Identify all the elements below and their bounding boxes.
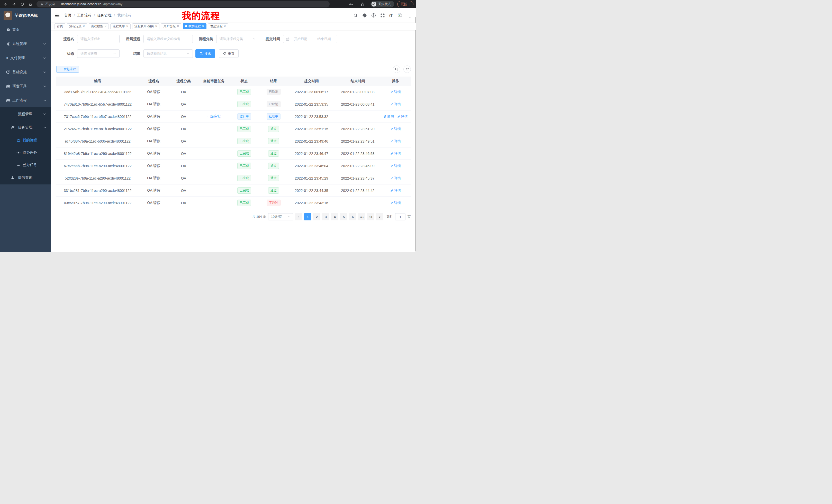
result-badge: 通过 (268, 150, 279, 157)
navbar-search-button[interactable] (353, 13, 358, 18)
browser-update-button[interactable]: 更新 (397, 1, 413, 7)
prev-page-button[interactable] (295, 213, 302, 220)
page-button-5[interactable]: 5 (340, 213, 347, 220)
column-header: 流程名 (139, 79, 168, 83)
action-trash-link[interactable]: 取消 (384, 114, 394, 119)
action-pen-link[interactable]: 详情 (390, 164, 401, 168)
tab-close-icon[interactable]: × (202, 24, 204, 28)
tab-close-icon[interactable]: × (155, 24, 157, 28)
navbar-fontsize-button[interactable]: tT (389, 14, 393, 17)
sidebar-item-9[interactable]: 待办任务 (0, 146, 51, 159)
password-key-button[interactable] (348, 1, 354, 7)
action-pen-link[interactable]: 详情 (390, 127, 401, 131)
home-icon (29, 2, 32, 6)
action-pen-link[interactable]: 详情 (390, 139, 401, 144)
filter-select-状态[interactable]: 请选择状态 (77, 49, 120, 58)
tab-4[interactable]: 流程表单-编辑 × (132, 23, 160, 29)
scrollbar[interactable] (415, 17, 416, 251)
page-size-select[interactable]: 10条/页 (268, 213, 293, 220)
incognito-label: 无痕模式 (378, 2, 391, 6)
sidebar-item-3[interactable]: 基础设施 (0, 65, 51, 79)
filter-select-流程分类[interactable]: 请选择流程分类 (216, 35, 259, 43)
filter-input-流程名[interactable] (77, 35, 120, 43)
action-pen-link[interactable]: 详情 (390, 188, 401, 193)
app-logo[interactable]: 芋道管理系统 (0, 8, 51, 23)
browser-back-button[interactable] (3, 1, 9, 7)
cell-result: 通过 (259, 175, 288, 181)
breadcrumb-item[interactable]: 工作流程 (77, 13, 92, 18)
sidebar-item-6[interactable]: 流程管理 (0, 107, 51, 121)
user-menu-caret[interactable] (409, 16, 411, 19)
more-pages-button[interactable]: ••• (358, 213, 365, 220)
result-badge: 通过 (268, 125, 279, 132)
filter-input-所属流程[interactable] (144, 35, 193, 43)
action-pen-link[interactable]: 详情 (397, 114, 408, 119)
sidebar-item-2[interactable]: ¥ 支付管理 (0, 51, 51, 65)
reset-button[interactable]: 重置 (219, 49, 239, 58)
browser-forward-button[interactable] (11, 1, 17, 7)
filter-daterange[interactable]: 开始日期 - 结束日期 (283, 35, 337, 43)
create-process-button[interactable]: 发起流程 (56, 66, 79, 73)
task-link[interactable]: 一级审批 (207, 114, 221, 118)
tab-7[interactable]: 发起流程 × (208, 23, 228, 29)
breadcrumb-item[interactable]: 任务管理 (97, 13, 111, 18)
action-pen-link[interactable]: 详情 (390, 102, 401, 107)
refresh-table-button[interactable] (404, 65, 411, 73)
action-pen-link[interactable]: 详情 (390, 90, 401, 94)
page-button-1[interactable]: 1 (304, 213, 311, 220)
action-pen-link[interactable]: 详情 (390, 201, 401, 205)
browser-reload-button[interactable] (19, 1, 25, 7)
page-button-11[interactable]: 11 (367, 213, 374, 220)
tab-6[interactable]: 我的流程 × (183, 23, 206, 29)
tab-close-icon[interactable]: × (224, 24, 226, 28)
sidebar-item-label: 流程管理 (18, 112, 32, 116)
user-avatar[interactable] (397, 12, 406, 21)
tab-0[interactable]: 首页 (54, 23, 65, 29)
cell-category: OA (168, 201, 199, 205)
sidebar-collapse-button[interactable] (55, 13, 60, 18)
pagination-goto-input[interactable] (395, 213, 406, 220)
tab-3[interactable]: 流程表单 × (110, 23, 131, 29)
sidebar-item-10[interactable]: 已办任务 (0, 159, 51, 171)
breadcrumb-item[interactable]: 首页 (64, 13, 72, 18)
next-page-button[interactable] (376, 213, 383, 220)
address-bar[interactable]: 不安全 dashboard.yudao.iocoder.cn/bpm/task/… (36, 1, 330, 7)
monitor-icon (6, 70, 10, 74)
sidebar-item-5[interactable]: 工作流程 (0, 93, 51, 107)
sidebar-item-0[interactable]: 首页 (0, 23, 51, 37)
page-button-3[interactable]: 3 (322, 213, 329, 220)
page-button-2[interactable]: 2 (313, 213, 320, 220)
action-pen-link[interactable]: 详情 (390, 176, 401, 180)
tab-close-icon[interactable]: × (83, 24, 85, 28)
sidebar-item-8[interactable]: 我的流程 (0, 134, 51, 146)
cell-end-time: 2022-01-22 23:46:53 (335, 151, 380, 156)
tab-close-icon[interactable]: × (177, 24, 179, 28)
cell-category: OA (168, 115, 199, 119)
page-button-4[interactable]: 4 (331, 213, 338, 220)
action-label: 详情 (394, 102, 401, 107)
tab-2[interactable]: 流程模型 × (89, 23, 109, 29)
filter-select-结果[interactable]: 请选择流结果 (144, 49, 193, 58)
sidebar-item-4[interactable]: 研发工具 (0, 79, 51, 93)
toggle-search-button[interactable] (393, 65, 400, 73)
browser-home-button[interactable] (27, 1, 33, 7)
chevron-right-icon (378, 215, 381, 218)
tab-close-icon[interactable]: × (126, 24, 128, 28)
navbar-help-button[interactable] (371, 13, 376, 18)
action-pen-link[interactable]: 详情 (390, 151, 401, 156)
navbar-fullscreen-button[interactable] (380, 13, 385, 18)
tab-1[interactable]: 流程定义 × (67, 23, 87, 29)
tab-close-icon[interactable]: × (105, 24, 107, 28)
sidebar-item-1[interactable]: 系统管理 (0, 37, 51, 51)
cell-category: OA (168, 102, 199, 106)
active-dot-icon (185, 25, 187, 27)
sidebar-item-7[interactable]: 任务管理 (0, 121, 51, 134)
sidebar-item-11[interactable]: 请假查询 (0, 171, 51, 185)
navbar-github-button[interactable] (362, 13, 367, 18)
bookmark-star-button[interactable] (359, 1, 365, 7)
page-button-6[interactable]: 6 (349, 213, 356, 220)
process-table: 编号流程名流程分类当前审批任务状态结果提交时间结束时间操作 3ad174fb-7… (56, 77, 411, 209)
cell-actions: 详情 (380, 201, 411, 205)
search-button[interactable]: 搜索 (196, 49, 215, 58)
tab-5[interactable]: 用户分组 × (161, 23, 181, 29)
